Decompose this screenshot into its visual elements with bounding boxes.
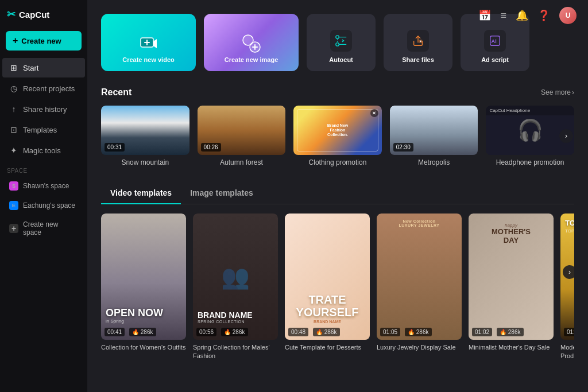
sidebar-nav: ⊞ Start ◷ Recent projects ↑ Share histor…: [0, 57, 87, 161]
eachung-space-dot: E: [9, 201, 18, 210]
sidebar-item-share-history[interactable]: ↑ Share history: [2, 99, 85, 119]
svg-point-7: [336, 36, 339, 39]
share-files-icon-box: [407, 30, 429, 52]
shawn-space-label: Shawn's space: [23, 182, 69, 190]
templates-next-button[interactable]: ›: [563, 265, 574, 279]
recent-next-button[interactable]: ›: [559, 129, 573, 143]
tab-video-label: Video templates: [110, 188, 172, 197]
create-video-label: Create new video: [122, 56, 174, 63]
snow-mountain-duration: 00:31: [105, 143, 125, 152]
sidebar-item-magic-label: Magic tools: [23, 146, 61, 155]
autumn-forest-thumb: 00:26: [198, 106, 286, 155]
sidebar-item-recent-label: Recent projects: [23, 84, 75, 93]
metropolis-duration: 02:30: [393, 143, 413, 152]
autocut-icon-box: [330, 30, 352, 52]
create-image-label: Create new image: [225, 56, 278, 63]
share-files-label: Share files: [402, 56, 434, 63]
sidebar-item-templates-label: Templates: [23, 126, 57, 134]
jewelry-title: Luxury Jewelry Display Sale: [377, 343, 462, 351]
app-logo: ✂ CapCut: [0, 0, 87, 29]
mothers-day-badge: 01:02 🔥 286k: [472, 328, 524, 336]
sidebar-item-share-label: Share history: [23, 105, 67, 114]
jewelry-thumb: New CollectionLUXURY JEWELRY 01:05 🔥 286…: [377, 214, 462, 340]
headphone-thumb: 🎧 CapCut Headphone: [486, 106, 574, 155]
women-outfits-duration: 00:41: [105, 328, 125, 336]
templates-grid: OPEN NOW in Spring 00:41 🔥 286k Collecti…: [101, 214, 574, 360]
ad-script-icon-box: Ai: [484, 30, 506, 52]
metropolis-thumb: 02:30: [390, 106, 478, 155]
svg-point-8: [336, 43, 339, 46]
eachung-space-label: Eachung's space: [23, 201, 75, 209]
template-card-women-outfits[interactable]: OPEN NOW in Spring 00:41 🔥 286k Collecti…: [101, 214, 186, 360]
males-fashion-badge: 00:56 🔥 286k: [196, 328, 248, 336]
sidebar-item-magic-tools[interactable]: ✦ Magic tools: [2, 141, 85, 160]
shawn-space-dot: S: [9, 181, 18, 191]
recent-card-metropolis[interactable]: 02:30 Metropolis: [390, 106, 478, 166]
recent-card-snow-mountain[interactable]: 00:31 Snow mountain: [101, 106, 189, 166]
create-image-card[interactable]: Create new image: [204, 14, 299, 71]
magic-icon: ✦: [9, 146, 18, 155]
sidebar: ✂ CapCut + Create new ⊞ Start ◷ Recent p…: [0, 0, 87, 392]
main-content: 📅 ≡ 🔔 ❓ U Create new video: [87, 0, 588, 392]
see-more-label: See more: [541, 88, 571, 96]
create-new-button[interactable]: + Create new: [6, 31, 82, 51]
metropolis-title: Metropolis: [390, 158, 478, 166]
desserts-thumb: TRATEYOURSELF BRAND NAME 00:48 🔥 286k: [285, 214, 370, 340]
help-icon[interactable]: ❓: [537, 9, 550, 22]
eachung-space-item[interactable]: E Eachung's space: [2, 196, 85, 215]
recent-card-clothing[interactable]: Brand NewFashionCollection. ✕ Clothing p…: [293, 106, 382, 166]
recent-card-autumn-forest[interactable]: 00:26 Autumn forest: [198, 106, 286, 166]
recent-title: Recent: [101, 87, 131, 98]
autocut-card[interactable]: Autocut: [307, 14, 376, 71]
snow-mountain-thumb: 00:31: [101, 106, 189, 155]
logo-icon: ✂: [7, 8, 16, 21]
image-add-icon: [242, 34, 261, 53]
autocut-label: Autocut: [329, 56, 353, 63]
tab-image-label: Image templates: [190, 188, 253, 197]
males-fashion-thumb: BRAND NAME SPRING COLLECTION 👥 00:56 🔥 2…: [193, 214, 278, 340]
sidebar-item-start-label: Start: [23, 64, 38, 72]
calendar-icon[interactable]: 📅: [478, 9, 491, 22]
women-outfits-thumb: OPEN NOW in Spring 00:41 🔥 286k: [101, 214, 186, 340]
tab-image-templates[interactable]: Image templates: [181, 184, 262, 204]
jewelry-badge: 01:05 🔥 286k: [380, 328, 432, 336]
template-card-desserts[interactable]: TRATEYOURSELF BRAND NAME 00:48 🔥 286k Cu…: [285, 214, 370, 360]
mothers-day-thumb: happy MOTHER'SDAY 01:02 🔥 286k: [469, 214, 554, 340]
shawn-space-item[interactable]: S Shawn's space: [2, 177, 85, 195]
snow-mountain-title: Snow mountain: [101, 158, 189, 166]
sidebar-item-templates[interactable]: ⊡ Templates: [2, 120, 85, 139]
chevron-right-icon: ›: [572, 88, 574, 96]
autumn-forest-title: Autumn forest: [198, 158, 286, 166]
recent-section-header: Recent See more ›: [101, 87, 574, 98]
women-outfits-badge: 00:41 🔥 286k: [105, 328, 156, 336]
space-section-label: SPACE: [0, 161, 87, 176]
women-outfits-likes: 🔥 286k: [129, 328, 156, 336]
create-video-card[interactable]: Create new video: [101, 14, 196, 71]
app-name: CapCut: [19, 10, 49, 20]
template-icon: ⊡: [9, 125, 18, 134]
modern-minimalist-badge: 01:12 🔥 286k: [564, 328, 574, 336]
create-space-item[interactable]: + Create new space: [2, 216, 85, 241]
bell-icon[interactable]: 🔔: [516, 9, 528, 22]
plus-icon: +: [13, 36, 18, 46]
clothing-thumb: Brand NewFashionCollection. ✕: [293, 106, 382, 155]
template-card-mothers-day[interactable]: happy MOTHER'SDAY 01:02 🔥 286k Minimalis…: [469, 214, 554, 360]
layers-icon[interactable]: ≡: [500, 10, 506, 22]
see-more-button[interactable]: See more ›: [541, 88, 574, 96]
desserts-title: Cute Template for Desserts: [285, 343, 370, 351]
template-card-males-fashion[interactable]: BRAND NAME SPRING COLLECTION 👥 00:56 🔥 2…: [193, 214, 278, 360]
sidebar-item-recent-projects[interactable]: ◷ Recent projects: [2, 79, 85, 98]
headphone-title: Headphone promotion: [486, 158, 574, 166]
sidebar-item-start[interactable]: ⊞ Start: [2, 58, 85, 77]
add-space-icon: +: [9, 224, 18, 233]
user-avatar[interactable]: U: [559, 7, 577, 24]
women-outfits-title: Collection for Women's Outfits: [101, 343, 186, 351]
desserts-badge: 00:48 🔥 286k: [288, 328, 340, 336]
video-add-icon: [140, 34, 158, 53]
share-files-card[interactable]: Share files: [384, 14, 452, 71]
tab-video-templates[interactable]: Video templates: [101, 184, 181, 204]
males-fashion-title: Spring Collection for Males' Fashion: [193, 343, 278, 360]
template-card-modern-minimalist[interactable]: TOP ELECTRICS TOP ELECTRICS 01:12 🔥 286k…: [560, 214, 574, 360]
home-icon: ⊞: [9, 63, 18, 72]
template-card-jewelry[interactable]: New CollectionLUXURY JEWELRY 01:05 🔥 286…: [377, 214, 462, 360]
